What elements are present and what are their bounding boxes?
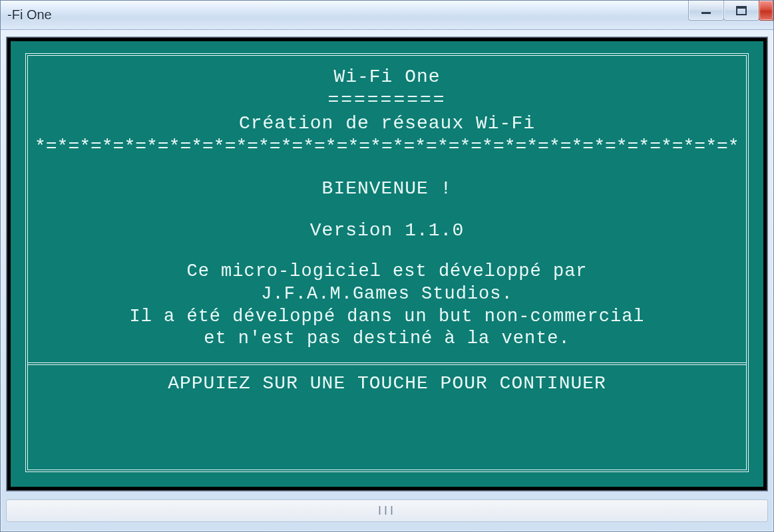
rule-pattern: *=*=*=*=*=*=*=*=*=*=*=*=*=*=*=*=*=*=*=*=… [35,135,739,158]
app-window: -Fi One Wi-Fi One ========= Création de … [0,0,774,532]
console-frame: Wi-Fi One ========= Création de réseaux … [25,53,749,472]
press-key-prompt: APPUIEZ SUR UNE TOUCHE POUR CONTINUER [35,372,739,395]
scrollbar-grip-icon: III [378,504,396,518]
minimize-icon [700,6,712,15]
console-background[interactable]: Wi-Fi One ========= Création de réseaux … [11,41,763,487]
close-button[interactable] [759,1,773,21]
window-controls [689,1,773,23]
body-line: et n'est pas destiné à la vente. [35,328,739,350]
version-text: Version 1.1.0 [35,219,739,242]
spacer [35,158,739,177]
body-line: J.F.A.M.Games Studios. [35,283,739,306]
window-title: -Fi One [5,7,52,23]
client-area: Wi-Fi One ========= Création de réseaux … [6,37,768,491]
maximize-button[interactable] [723,1,759,21]
minimize-button[interactable] [688,1,724,21]
titlebar[interactable]: -Fi One [1,1,773,30]
horizontal-scrollbar[interactable]: III [6,499,768,522]
app-subtitle: Création de réseaux Wi-Fi [35,112,739,135]
maximize-icon [735,6,747,15]
svg-rect-0 [701,12,711,14]
body-line: Ce micro-logiciel est développé par [35,261,739,283]
divider [28,362,746,365]
spacer [35,200,739,219]
welcome-text: BIENVENUE ! [35,177,739,200]
svg-rect-2 [737,7,746,9]
spacer [35,242,739,261]
rule-equals: ========= [35,88,739,112]
body-line: Il a été développé dans un but non-comme… [35,306,739,329]
app-name: Wi-Fi One [35,65,739,88]
